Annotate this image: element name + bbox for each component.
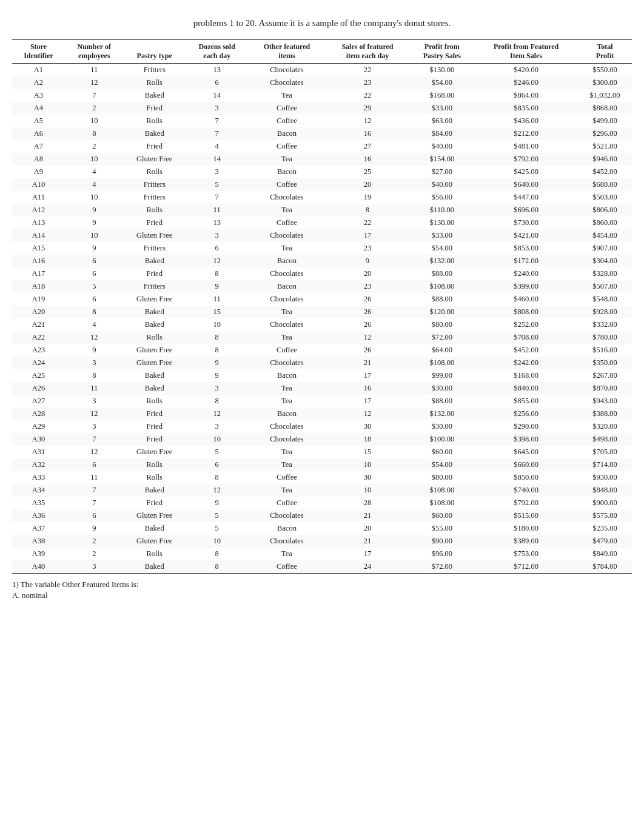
table-cell: 6 <box>65 267 124 280</box>
table-cell: 23 <box>325 76 409 89</box>
col-profit-featured: Profit from FeaturedItem Sales <box>474 40 578 64</box>
table-cell: Bacon <box>249 522 326 535</box>
table-cell: $792.00 <box>474 497 578 509</box>
table-cell: 6 <box>65 293 124 306</box>
table-cell: Gluten Free <box>124 535 186 548</box>
table-cell: $63.00 <box>410 115 475 127</box>
table-cell: $740.00 <box>474 484 578 497</box>
table-cell: 22 <box>325 64 409 77</box>
table-cell: Coffee <box>249 216 326 229</box>
table-cell: 7 <box>65 433 124 446</box>
table-row: A357Fried9Coffee28$108.00$792.00$900.00 <box>12 497 632 509</box>
table-cell: A24 <box>12 357 65 369</box>
table-row: A94Rolls3Bacon25$27.00$425.00$452.00 <box>12 166 632 178</box>
table-cell: $290.00 <box>474 420 578 433</box>
table-cell: 15 <box>325 446 409 458</box>
table-cell: 6 <box>65 509 124 522</box>
table-cell: Tea <box>249 204 326 216</box>
table-cell: 12 <box>325 115 409 127</box>
table-cell: Tea <box>249 382 326 395</box>
table-cell: $256.00 <box>474 407 578 420</box>
table-cell: 2 <box>65 548 124 560</box>
table-cell: A21 <box>12 318 65 331</box>
table-cell: Fried <box>124 140 186 153</box>
table-cell: A27 <box>12 395 65 407</box>
table-cell: Baked <box>124 369 186 382</box>
table-cell: 26 <box>325 293 409 306</box>
table-cell: Chocolates <box>249 318 326 331</box>
table-cell: $868.00 <box>578 102 632 115</box>
table-cell: A32 <box>12 458 65 471</box>
table-row: A392Rolls8Tea17$96.00$753.00$849.00 <box>12 548 632 560</box>
table-cell: Baked <box>124 306 186 318</box>
table-cell: $714.00 <box>578 458 632 471</box>
table-cell: $855.00 <box>474 395 578 407</box>
table-cell: 17 <box>325 395 409 407</box>
table-cell: 21 <box>325 535 409 548</box>
table-cell: A33 <box>12 471 65 484</box>
table-cell: $792.00 <box>474 153 578 166</box>
table-cell: Gluten Free <box>124 357 186 369</box>
table-cell: $110.00 <box>410 204 475 216</box>
table-cell: Gluten Free <box>124 446 186 458</box>
table-cell: A14 <box>12 229 65 242</box>
table-cell: $806.00 <box>578 204 632 216</box>
table-cell: 8 <box>65 127 124 140</box>
table-cell: $154.00 <box>410 153 475 166</box>
table-cell: 30 <box>325 471 409 484</box>
table-cell: Fried <box>124 433 186 446</box>
table-cell: 16 <box>325 153 409 166</box>
table-cell: Rolls <box>124 166 186 178</box>
table-row: A366Gluten Free5Chocolates21$60.00$515.0… <box>12 509 632 522</box>
table-cell: A20 <box>12 306 65 318</box>
table-cell: 7 <box>186 191 249 204</box>
table-cell: A7 <box>12 140 65 153</box>
table-cell: A9 <box>12 166 65 178</box>
table-cell: 13 <box>186 64 249 77</box>
table-cell: $252.00 <box>474 318 578 331</box>
table-cell: 3 <box>186 382 249 395</box>
table-cell: $507.00 <box>578 280 632 293</box>
table-cell: 9 <box>65 204 124 216</box>
table-cell: $72.00 <box>410 560 475 574</box>
table-cell: $436.00 <box>474 115 578 127</box>
table-cell: 8 <box>65 369 124 382</box>
table-cell: $943.00 <box>578 395 632 407</box>
data-table: StoreIdentifier Number ofemployees Pastr… <box>12 39 632 574</box>
table-cell: Tea <box>249 242 326 255</box>
table-cell: $907.00 <box>578 242 632 255</box>
table-cell: 8 <box>186 331 249 344</box>
footer-line1: 1) The variable Other Featured Items is: <box>12 580 632 589</box>
table-cell: $235.00 <box>578 522 632 535</box>
table-cell: $421.00 <box>474 229 578 242</box>
table-cell: Chocolates <box>249 267 326 280</box>
table-cell: $848.00 <box>578 484 632 497</box>
table-cell: Bacon <box>249 280 326 293</box>
table-cell: Baked <box>124 89 186 102</box>
table-cell: $460.00 <box>474 293 578 306</box>
table-cell: $132.00 <box>410 407 475 420</box>
table-cell: $864.00 <box>474 89 578 102</box>
table-cell: Tea <box>249 89 326 102</box>
table-cell: $332.00 <box>578 318 632 331</box>
table-row: A379Baked5Bacon20$55.00$180.00$235.00 <box>12 522 632 535</box>
table-cell: 25 <box>325 166 409 178</box>
table-cell: $33.00 <box>410 229 475 242</box>
table-cell: $108.00 <box>410 280 475 293</box>
table-row: A176Fried8Chocolates20$88.00$240.00$328.… <box>12 267 632 280</box>
table-cell: Bacon <box>249 407 326 420</box>
table-cell: Tea <box>249 458 326 471</box>
table-row: A196Gluten Free11Chocolates26$88.00$460.… <box>12 293 632 306</box>
table-cell: Coffee <box>249 497 326 509</box>
table-cell: A18 <box>12 280 65 293</box>
table-cell: Rolls <box>124 76 186 89</box>
table-cell: A25 <box>12 369 65 382</box>
table-cell: 11 <box>65 382 124 395</box>
table-cell: 12 <box>65 76 124 89</box>
table-row: A326Rolls6Tea10$54.00$660.00$714.00 <box>12 458 632 471</box>
table-cell: 9 <box>186 357 249 369</box>
table-cell: Chocolates <box>249 509 326 522</box>
table-cell: 5 <box>65 280 124 293</box>
table-cell: Chocolates <box>249 191 326 204</box>
table-cell: 17 <box>325 548 409 560</box>
